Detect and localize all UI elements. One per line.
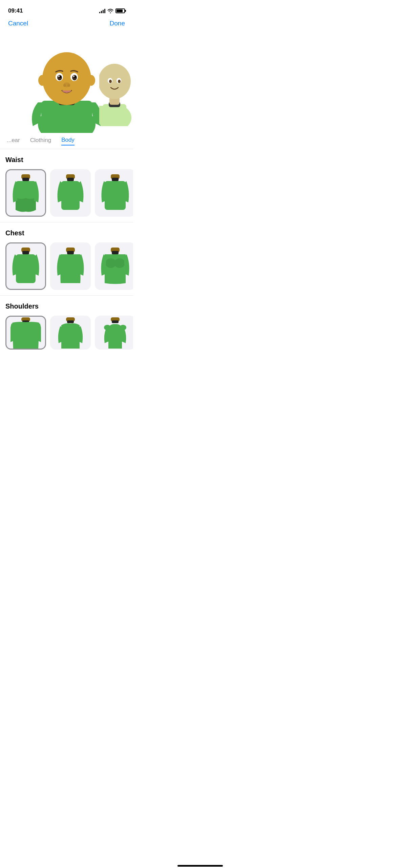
shoulders-option-2[interactable] — [50, 316, 91, 350]
secondary-avatar — [96, 52, 133, 126]
svg-rect-29 — [22, 178, 29, 181]
battery-icon — [115, 8, 125, 13]
chest-figurine-2 — [55, 247, 86, 286]
svg-point-45 — [114, 258, 125, 268]
status-icons — [99, 8, 125, 13]
svg-point-13 — [58, 76, 60, 77]
chest-option-1[interactable] — [5, 242, 46, 290]
svg-rect-51 — [112, 320, 119, 323]
status-bar: 09:41 — [0, 0, 133, 17]
chest-option-3[interactable] — [95, 242, 133, 290]
status-time: 09:41 — [8, 7, 23, 14]
shoulders-figurine-1 — [10, 317, 41, 349]
svg-point-6 — [87, 75, 95, 86]
waist-figurine-2 — [55, 174, 86, 213]
svg-point-4 — [42, 52, 91, 105]
tab-bar: ...ear Clothing Body — [0, 133, 133, 149]
avatar-preview — [0, 31, 133, 133]
nav-bar: Cancel Done — [0, 17, 133, 31]
svg-point-27 — [118, 80, 121, 83]
waist-option-2[interactable] — [50, 169, 91, 217]
svg-rect-35 — [112, 178, 119, 181]
done-button[interactable]: Done — [110, 20, 125, 27]
waist-figurine-3 — [100, 174, 130, 213]
svg-point-26 — [109, 80, 112, 83]
waist-title: Waist — [5, 156, 128, 164]
shoulders-options — [5, 316, 128, 350]
svg-point-17 — [67, 84, 70, 87]
tab-body[interactable]: Body — [61, 137, 75, 145]
shoulders-option-1[interactable] — [5, 316, 46, 350]
shoulders-title: Shoulders — [5, 302, 128, 310]
waist-section: Waist — [0, 149, 133, 222]
chest-option-2[interactable] — [50, 242, 91, 290]
svg-point-22 — [98, 64, 131, 99]
svg-rect-36 — [105, 181, 126, 210]
shoulders-figurine-2 — [55, 317, 86, 349]
svg-rect-38 — [22, 251, 29, 254]
shoulders-section: Shoulders — [0, 296, 133, 370]
shoulders-option-3[interactable] — [95, 316, 133, 350]
signal-bars-icon — [99, 8, 105, 13]
cancel-button[interactable]: Cancel — [8, 20, 28, 27]
tab-clothing[interactable]: Clothing — [30, 137, 51, 145]
svg-rect-49 — [67, 320, 74, 323]
tab-headwear[interactable]: ...ear — [7, 137, 20, 145]
chest-figurine-3 — [100, 247, 130, 286]
chest-title: Chest — [5, 229, 128, 237]
memoji-container — [0, 31, 133, 133]
svg-rect-33 — [61, 181, 80, 210]
svg-rect-32 — [67, 178, 74, 181]
chest-section: Chest — [0, 222, 133, 296]
svg-point-5 — [38, 75, 46, 86]
svg-point-16 — [63, 84, 66, 87]
shoulders-figurine-3 — [100, 317, 130, 349]
svg-rect-43 — [112, 251, 119, 254]
waist-options — [5, 169, 128, 217]
chest-figurine-1 — [10, 247, 41, 286]
svg-point-14 — [73, 76, 75, 77]
svg-rect-39 — [16, 254, 36, 283]
wifi-icon — [107, 8, 113, 13]
waist-figurine-1 — [10, 174, 41, 213]
waist-option-3[interactable] — [95, 169, 133, 217]
svg-rect-41 — [67, 251, 74, 254]
main-avatar — [23, 35, 111, 133]
waist-option-1[interactable] — [5, 169, 46, 217]
chest-options — [5, 242, 128, 290]
